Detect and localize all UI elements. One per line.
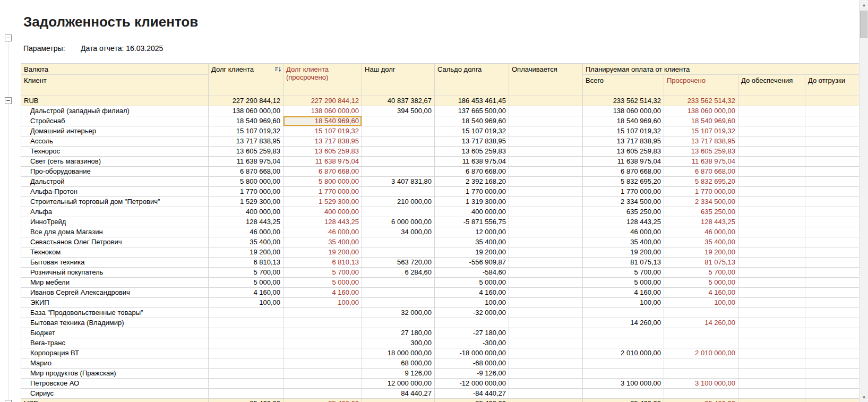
client-name-cell[interactable]: ЭКИП	[21, 298, 209, 308]
amount-cell[interactable]: -9 126,00	[435, 369, 509, 379]
col-header-client[interactable]: Клиент	[21, 75, 209, 96]
amount-cell[interactable]: 35 400,00	[583, 399, 664, 402]
amount-cell[interactable]	[209, 358, 283, 369]
amount-cell[interactable]: 14 260,00	[583, 318, 664, 328]
amount-cell[interactable]: 35 400,00	[664, 237, 738, 247]
amount-cell[interactable]	[805, 268, 860, 278]
amount-cell[interactable]	[583, 389, 664, 399]
amount-cell[interactable]	[209, 369, 283, 379]
amount-cell[interactable]	[738, 369, 805, 379]
client-name-cell[interactable]: Про-оборудование	[21, 167, 209, 177]
amount-cell[interactable]: 6 870 668,00	[283, 167, 362, 177]
client-name-cell[interactable]: Альфа-Протон	[21, 187, 209, 197]
amount-cell[interactable]: 12 000,00	[435, 227, 509, 237]
amount-cell[interactable]: 394 500,00	[362, 106, 435, 116]
amount-cell[interactable]	[509, 167, 583, 177]
amount-cell[interactable]: 6 870 668,00	[209, 167, 283, 177]
client-name-cell[interactable]: Дальстрой (западный филиал)	[21, 106, 209, 116]
amount-cell[interactable]: 19 200,00	[209, 247, 283, 258]
amount-cell[interactable]	[805, 278, 860, 288]
amount-cell[interactable]: 5 832 695,20	[583, 177, 664, 187]
amount-cell[interactable]	[738, 268, 805, 278]
currency-name-cell[interactable]: RUB	[21, 96, 209, 106]
amount-cell[interactable]: 15 107 019,32	[209, 126, 283, 136]
amount-cell[interactable]	[664, 338, 738, 348]
amount-cell[interactable]: 13 605 259,83	[209, 147, 283, 157]
amount-cell[interactable]	[738, 328, 805, 338]
amount-cell[interactable]: 35 400,00	[283, 237, 362, 247]
amount-cell[interactable]: 5 000,00	[583, 278, 664, 288]
amount-cell[interactable]: 5 832 695,20	[664, 177, 738, 187]
amount-cell[interactable]	[209, 379, 283, 389]
amount-cell[interactable]: 12 000 000,00	[362, 379, 435, 389]
amount-cell[interactable]	[509, 298, 583, 308]
amount-cell[interactable]: 81 075,13	[664, 258, 738, 268]
amount-cell[interactable]	[583, 338, 664, 348]
amount-cell[interactable]: 6 810,13	[283, 258, 362, 268]
amount-cell[interactable]	[738, 126, 805, 136]
amount-cell[interactable]	[738, 116, 805, 126]
amount-cell[interactable]	[509, 389, 583, 399]
amount-cell[interactable]	[805, 258, 860, 268]
col-header-our-debt[interactable]: Наш долг	[362, 64, 435, 96]
amount-cell[interactable]: -12 000 000,00	[435, 379, 509, 389]
amount-cell[interactable]: 13 717 838,95	[435, 136, 509, 147]
amount-cell[interactable]: 13 717 838,95	[209, 136, 283, 147]
amount-cell[interactable]	[805, 96, 860, 106]
amount-cell[interactable]	[805, 207, 860, 217]
amount-cell[interactable]	[209, 348, 283, 358]
amount-cell[interactable]	[362, 187, 435, 197]
amount-cell[interactable]: 35 400,00	[283, 399, 362, 402]
amount-cell[interactable]	[283, 389, 362, 399]
amount-cell[interactable]	[509, 318, 583, 328]
amount-cell[interactable]	[509, 288, 583, 298]
amount-cell[interactable]: 35 400,00	[583, 237, 664, 247]
amount-cell[interactable]: 1 770 000,00	[435, 187, 509, 197]
client-name-cell[interactable]: Марио	[21, 358, 209, 369]
amount-cell[interactable]	[362, 278, 435, 288]
amount-cell[interactable]: 138 060 000,00	[209, 106, 283, 116]
amount-cell[interactable]: 5 700,00	[583, 268, 664, 278]
amount-cell[interactable]: 18 540 969,60	[435, 116, 509, 126]
amount-cell[interactable]	[509, 126, 583, 136]
amount-cell[interactable]: 5 000,00	[435, 278, 509, 288]
amount-cell[interactable]	[738, 157, 805, 167]
amount-cell[interactable]	[435, 318, 509, 328]
amount-cell[interactable]: 13 605 259,83	[283, 147, 362, 157]
col-header-overdue[interactable]: Просрочено	[664, 75, 738, 96]
amount-cell[interactable]	[805, 106, 860, 116]
amount-cell[interactable]: 35 400,00	[435, 237, 509, 247]
client-name-cell[interactable]: Свет (сеть магазинов)	[21, 157, 209, 167]
amount-cell[interactable]	[362, 167, 435, 177]
amount-cell[interactable]: 1 770 000,00	[283, 187, 362, 197]
amount-cell[interactable]	[283, 328, 362, 338]
amount-cell[interactable]	[805, 298, 860, 308]
amount-cell[interactable]	[738, 167, 805, 177]
amount-cell[interactable]: 4 160,00	[435, 288, 509, 298]
amount-cell[interactable]: 138 060 000,00	[664, 106, 738, 116]
collapse-report-button[interactable]	[5, 35, 12, 41]
amount-cell[interactable]: 40 837 382,67	[362, 96, 435, 106]
amount-cell[interactable]	[362, 207, 435, 217]
amount-cell[interactable]	[583, 328, 664, 338]
amount-cell[interactable]	[664, 369, 738, 379]
client-name-cell[interactable]: Строительный торговый дом "Петрович"	[21, 197, 209, 207]
amount-cell[interactable]	[738, 348, 805, 358]
amount-cell[interactable]	[805, 358, 860, 369]
amount-cell[interactable]	[738, 318, 805, 328]
amount-cell[interactable]	[583, 369, 664, 379]
col-header-client-debt-overdue[interactable]: Долг клиента (просрочено)	[283, 64, 362, 96]
amount-cell[interactable]	[509, 106, 583, 116]
amount-cell[interactable]: -556 909,87	[435, 258, 509, 268]
amount-cell[interactable]: 6 000 000,00	[362, 217, 435, 227]
amount-cell[interactable]	[738, 197, 805, 207]
col-header-total[interactable]: Всего	[583, 75, 664, 96]
client-name-cell[interactable]: Вега-транс	[21, 338, 209, 348]
col-header-being-paid[interactable]: Оплачивается	[509, 64, 583, 96]
amount-cell[interactable]	[362, 147, 435, 157]
client-name-cell[interactable]: Мир продуктов (Пражская)	[21, 369, 209, 379]
col-header-before-security[interactable]: До обеспечения	[738, 75, 805, 96]
amount-cell[interactable]	[509, 358, 583, 369]
amount-cell[interactable]: 18 540 969,60	[664, 116, 738, 126]
col-header-client-debt[interactable]: Долг клиента	[209, 64, 283, 96]
